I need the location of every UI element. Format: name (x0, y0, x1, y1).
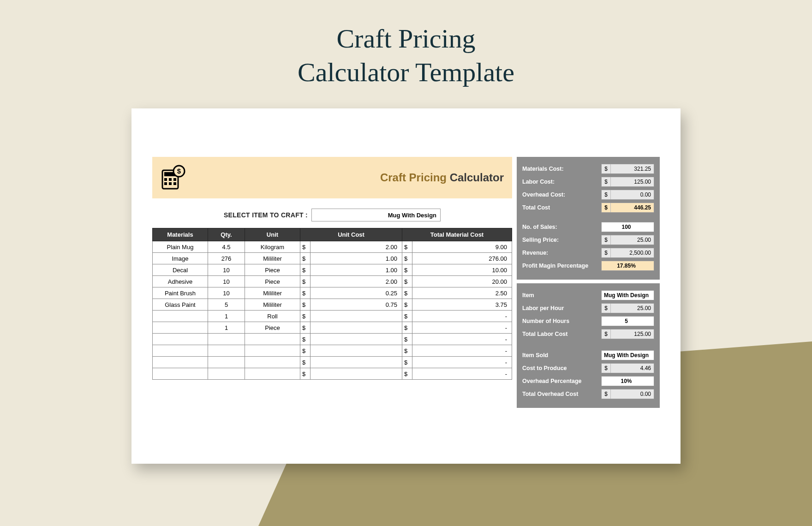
cell-cur[interactable]: $ (402, 334, 412, 345)
cell-material[interactable] (153, 345, 208, 357)
table-row[interactable]: $$- (153, 357, 512, 368)
cell-material[interactable] (153, 322, 208, 334)
cell-cur[interactable]: $ (402, 287, 412, 299)
cell-unit-cost[interactable]: 0.75 (310, 299, 402, 311)
cell-total[interactable]: - (412, 357, 512, 368)
cell-material[interactable] (153, 357, 208, 368)
cell-qty[interactable]: 276 (208, 253, 245, 264)
table-row[interactable]: 1Piece$$- (153, 322, 512, 334)
cell-qty[interactable]: 1 (208, 311, 245, 322)
cell-cur[interactable]: $ (300, 345, 310, 357)
cell-qty[interactable]: 1 (208, 322, 245, 334)
cell-qty[interactable] (208, 368, 245, 380)
cell-material[interactable]: Glass Paint (153, 299, 208, 311)
cell-material[interactable]: Paint Brush (153, 287, 208, 299)
select-item-dropdown[interactable]: Mug With Design (311, 209, 441, 221)
table-row[interactable]: $$- (153, 368, 512, 380)
table-row[interactable]: $$- (153, 345, 512, 357)
cell-cur[interactable]: $ (300, 287, 310, 299)
value-item-sold[interactable]: Mug With Design (601, 350, 654, 360)
table-row[interactable]: Plain Mug4.5Kilogram$2.00$9.00 (153, 241, 512, 253)
cell-cur[interactable]: $ (402, 368, 412, 380)
cell-unit-cost[interactable] (310, 334, 402, 345)
cell-cur[interactable]: $ (402, 322, 412, 334)
cell-cur[interactable]: $ (300, 253, 310, 264)
cell-qty[interactable]: 10 (208, 264, 245, 276)
table-row[interactable]: Glass Paint5Mililiter$0.75$3.75 (153, 299, 512, 311)
table-row[interactable]: $$- (153, 334, 512, 345)
value-profit-margin[interactable]: 17.85% (601, 261, 654, 271)
table-row[interactable]: Adhesive10Piece$2.00$20.00 (153, 276, 512, 287)
cell-qty[interactable]: 10 (208, 276, 245, 287)
cell-qty[interactable] (208, 357, 245, 368)
cell-total[interactable]: 20.00 (412, 276, 512, 287)
value-revenue[interactable]: $2,500.00 (601, 248, 654, 258)
cell-qty[interactable] (208, 334, 245, 345)
value-cost-produce[interactable]: $4.46 (601, 363, 654, 373)
value-labor-hour[interactable]: $25.00 (601, 303, 654, 313)
cell-unit[interactable] (245, 334, 300, 345)
cell-total[interactable]: - (412, 334, 512, 345)
cell-total[interactable]: 276.00 (412, 253, 512, 264)
cell-cur[interactable]: $ (402, 311, 412, 322)
cell-material[interactable]: Adhesive (153, 276, 208, 287)
cell-cur[interactable]: $ (402, 253, 412, 264)
table-row[interactable]: Image276Mililiter$1.00$276.00 (153, 253, 512, 264)
cell-unit[interactable]: Mililiter (245, 299, 300, 311)
value-total-cost[interactable]: $446.25 (601, 203, 654, 213)
value-materials-cost[interactable]: $321.25 (601, 164, 654, 174)
cell-cur[interactable]: $ (402, 357, 412, 368)
cell-total[interactable]: - (412, 311, 512, 322)
cell-unit[interactable] (245, 345, 300, 357)
cell-unit-cost[interactable] (310, 357, 402, 368)
table-row[interactable]: Paint Brush10Mililiter$0.25$2.50 (153, 287, 512, 299)
cell-cur[interactable]: $ (402, 276, 412, 287)
cell-unit-cost[interactable]: 1.00 (310, 264, 402, 276)
value-labor-cost[interactable]: $125.00 (601, 177, 654, 187)
cell-cur[interactable]: $ (300, 264, 310, 276)
cell-total[interactable]: - (412, 322, 512, 334)
value-total-overhead[interactable]: $0.00 (601, 389, 654, 399)
cell-material[interactable] (153, 368, 208, 380)
cell-unit-cost[interactable]: 1.00 (310, 253, 402, 264)
cell-cur[interactable]: $ (402, 345, 412, 357)
cell-unit[interactable]: Kilogram (245, 241, 300, 253)
cell-qty[interactable] (208, 345, 245, 357)
cell-cur[interactable]: $ (300, 322, 310, 334)
cell-cur[interactable]: $ (300, 276, 310, 287)
cell-material[interactable]: Decal (153, 264, 208, 276)
cell-total[interactable]: - (412, 368, 512, 380)
cell-cur[interactable]: $ (300, 357, 310, 368)
cell-unit[interactable]: Piece (245, 322, 300, 334)
value-item[interactable]: Mug With Design (601, 290, 654, 300)
cell-unit[interactable]: Roll (245, 311, 300, 322)
cell-material[interactable] (153, 311, 208, 322)
cell-cur[interactable]: $ (300, 311, 310, 322)
cell-unit[interactable]: Piece (245, 264, 300, 276)
cell-unit[interactable] (245, 357, 300, 368)
cell-unit-cost[interactable]: 0.25 (310, 287, 402, 299)
cell-total[interactable]: 10.00 (412, 264, 512, 276)
cell-cur[interactable]: $ (300, 368, 310, 380)
cell-cur[interactable]: $ (402, 264, 412, 276)
cell-material[interactable]: Image (153, 253, 208, 264)
cell-unit[interactable]: Mililiter (245, 287, 300, 299)
cell-total[interactable]: 2.50 (412, 287, 512, 299)
cell-qty[interactable]: 5 (208, 299, 245, 311)
value-overhead-cost[interactable]: $0.00 (601, 190, 654, 200)
value-hours[interactable]: 5 (601, 316, 654, 326)
cell-qty[interactable]: 4.5 (208, 241, 245, 253)
table-row[interactable]: 1Roll$$- (153, 311, 512, 322)
cell-cur[interactable]: $ (402, 299, 412, 311)
value-no-sales[interactable]: 100 (601, 222, 654, 232)
cell-unit-cost[interactable] (310, 345, 402, 357)
cell-unit-cost[interactable]: 2.00 (310, 276, 402, 287)
value-overhead-pct[interactable]: 10% (601, 376, 654, 386)
cell-total[interactable]: 3.75 (412, 299, 512, 311)
cell-material[interactable]: Plain Mug (153, 241, 208, 253)
value-total-labor[interactable]: $125.00 (601, 329, 654, 339)
table-row[interactable]: Decal10Piece$1.00$10.00 (153, 264, 512, 276)
value-selling-price[interactable]: $25.00 (601, 235, 654, 245)
cell-unit-cost[interactable] (310, 368, 402, 380)
cell-unit-cost[interactable] (310, 322, 402, 334)
